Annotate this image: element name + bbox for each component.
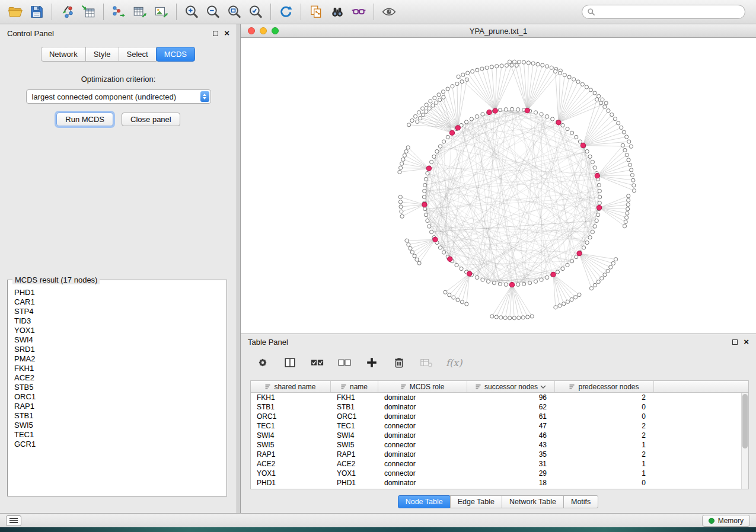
zoom-out-button[interactable] bbox=[202, 2, 224, 21]
show-all-button[interactable] bbox=[378, 2, 400, 21]
table-row[interactable]: ACE2 ACE2 connector 31 1 bbox=[251, 459, 741, 469]
select-all-button[interactable] bbox=[310, 355, 325, 370]
tab-style[interactable]: Style bbox=[85, 47, 119, 62]
mcds-result-item[interactable]: FKH1 bbox=[14, 364, 220, 373]
export-table-icon bbox=[132, 4, 148, 20]
column-header-successor-nodes[interactable]: successor nodes bbox=[467, 381, 555, 392]
table-row[interactable]: PHD1 PHD1 dominator 18 0 bbox=[251, 478, 741, 488]
import-table-button[interactable] bbox=[78, 2, 99, 21]
status-menu-button[interactable] bbox=[6, 515, 21, 526]
delete-column-button[interactable] bbox=[391, 355, 407, 370]
mcds-result-item[interactable]: TID3 bbox=[14, 316, 220, 326]
search-icon bbox=[587, 8, 595, 16]
column-header-predecessor-nodes[interactable]: predecessor nodes bbox=[555, 381, 654, 392]
control-panel-header: Control Panel × bbox=[0, 24, 237, 42]
network-window-titlebar[interactable]: YPA_prune.txt_1 bbox=[241, 24, 756, 38]
add-column-button[interactable] bbox=[364, 355, 379, 370]
cell-name: TEC1 bbox=[331, 422, 378, 430]
mcds-result-item[interactable]: RAP1 bbox=[14, 402, 220, 411]
mcds-result-item[interactable]: SWI5 bbox=[14, 421, 220, 430]
table-row[interactable]: TEC1 TEC1 connector 47 2 bbox=[251, 421, 741, 431]
mcds-result-item[interactable]: ACE2 bbox=[14, 373, 220, 383]
hide-selected-button[interactable] bbox=[348, 2, 369, 21]
cell-name: PHD1 bbox=[331, 479, 378, 487]
column-header-shared-name[interactable]: shared name bbox=[251, 381, 331, 392]
deselect-all-icon bbox=[337, 356, 352, 369]
column-header-mcds-role[interactable]: MCDS role bbox=[378, 381, 467, 392]
export-image-button[interactable] bbox=[151, 2, 172, 21]
close-window-icon[interactable] bbox=[248, 27, 255, 34]
mcds-result-item[interactable]: STB5 bbox=[14, 383, 220, 392]
deselect-all-button[interactable] bbox=[337, 355, 352, 370]
network-graph[interactable] bbox=[241, 38, 756, 334]
table-settings-button[interactable] bbox=[255, 355, 270, 370]
cell-successor-nodes: 43 bbox=[467, 441, 555, 449]
cell-predecessor-nodes: 1 bbox=[555, 441, 654, 449]
tab-select[interactable]: Select bbox=[119, 47, 157, 62]
table-row[interactable]: SWI5 SWI5 connector 43 1 bbox=[251, 440, 741, 450]
float-table-panel-icon[interactable] bbox=[732, 339, 738, 345]
zoom-fit-icon bbox=[227, 4, 242, 20]
mcds-result-item[interactable]: TEC1 bbox=[14, 430, 220, 440]
table-row[interactable]: SWI4 SWI4 dominator 46 2 bbox=[251, 431, 741, 440]
cell-mcds-role: dominator bbox=[378, 412, 467, 421]
export-network-button[interactable] bbox=[108, 2, 129, 21]
mcds-result-item[interactable]: SRD1 bbox=[14, 345, 220, 354]
show-columns-button[interactable] bbox=[282, 355, 298, 370]
network-window-title: YPA_prune.txt_1 bbox=[470, 27, 527, 36]
sort-icon bbox=[265, 384, 272, 390]
run-mcds-button[interactable]: Run MCDS bbox=[56, 113, 113, 126]
tab-mcds[interactable]: MCDS bbox=[156, 47, 195, 62]
search-input[interactable] bbox=[598, 8, 740, 16]
float-panel-icon[interactable] bbox=[213, 31, 218, 36]
find-neighbors-button[interactable] bbox=[327, 2, 348, 21]
close-panel-icon[interactable]: × bbox=[224, 30, 229, 36]
function-builder-icon[interactable]: f(x) bbox=[446, 357, 462, 368]
column-header-name[interactable]: name bbox=[331, 381, 378, 392]
zoom-in-button[interactable] bbox=[181, 2, 202, 21]
export-table-button[interactable] bbox=[129, 2, 151, 21]
column-label: MCDS role bbox=[410, 383, 445, 391]
cell-predecessor-nodes: 2 bbox=[555, 450, 654, 459]
tab-edge-table[interactable]: Edge Table bbox=[450, 495, 502, 508]
binoculars-icon bbox=[330, 4, 345, 20]
cell-name: STB1 bbox=[331, 403, 378, 411]
mcds-result-item[interactable]: STB1 bbox=[14, 411, 220, 421]
mcds-result-item[interactable]: PHD1 bbox=[14, 288, 220, 297]
sort-icon bbox=[401, 384, 407, 390]
tab-network[interactable]: Network bbox=[41, 47, 86, 62]
table-row[interactable]: ORC1 ORC1 dominator 61 0 bbox=[251, 412, 741, 421]
delete-table-button[interactable] bbox=[419, 355, 434, 370]
table-row[interactable]: STB1 STB1 dominator 62 0 bbox=[251, 402, 741, 412]
mcds-result-list[interactable]: PHD1 CAR1 STP4 TID3 YOX1 SWI4 SRD1 PMA2 … bbox=[9, 286, 225, 495]
criterion-dropdown[interactable]: largest connected component (undirected) bbox=[26, 89, 211, 104]
memory-button[interactable]: Memory bbox=[702, 515, 750, 527]
tab-node-table[interactable]: Node Table bbox=[398, 495, 451, 508]
table-row[interactable]: FKH1 FKH1 dominator 96 2 bbox=[251, 393, 741, 402]
mcds-result-item[interactable]: SWI4 bbox=[14, 335, 220, 345]
table-header-row: shared name name MCDS role successor nod… bbox=[251, 381, 748, 393]
table-row[interactable]: YOX1 YOX1 connector 29 1 bbox=[251, 469, 741, 478]
mcds-result-item[interactable]: GCR1 bbox=[14, 440, 220, 449]
copy-style-button[interactable] bbox=[305, 2, 327, 21]
mcds-result-item[interactable]: CAR1 bbox=[14, 297, 220, 307]
close-table-panel-icon[interactable]: × bbox=[744, 339, 749, 345]
tab-motifs[interactable]: Motifs bbox=[563, 495, 598, 508]
minimize-window-icon[interactable] bbox=[260, 27, 267, 34]
close-panel-button[interactable]: Close panel bbox=[122, 113, 180, 126]
scrollbar-thumb[interactable] bbox=[742, 394, 748, 448]
zoom-selected-button[interactable] bbox=[245, 2, 266, 21]
mcds-result-item[interactable]: STP4 bbox=[14, 307, 220, 316]
mcds-result-item[interactable]: ORC1 bbox=[14, 392, 220, 402]
mcds-result-item[interactable]: YOX1 bbox=[14, 326, 220, 335]
import-network-button[interactable] bbox=[56, 2, 78, 21]
maximize-window-icon[interactable] bbox=[272, 27, 279, 34]
save-session-button[interactable] bbox=[26, 2, 47, 21]
table-row[interactable]: RAP1 RAP1 dominator 35 2 bbox=[251, 450, 741, 459]
cell-shared-name: STB1 bbox=[251, 403, 331, 411]
tab-network-table[interactable]: Network Table bbox=[502, 495, 564, 508]
open-session-button[interactable] bbox=[5, 2, 26, 21]
mcds-result-item[interactable]: PMA2 bbox=[14, 354, 220, 364]
zoom-fit-button[interactable] bbox=[224, 2, 245, 21]
apply-layout-button[interactable] bbox=[275, 2, 296, 21]
